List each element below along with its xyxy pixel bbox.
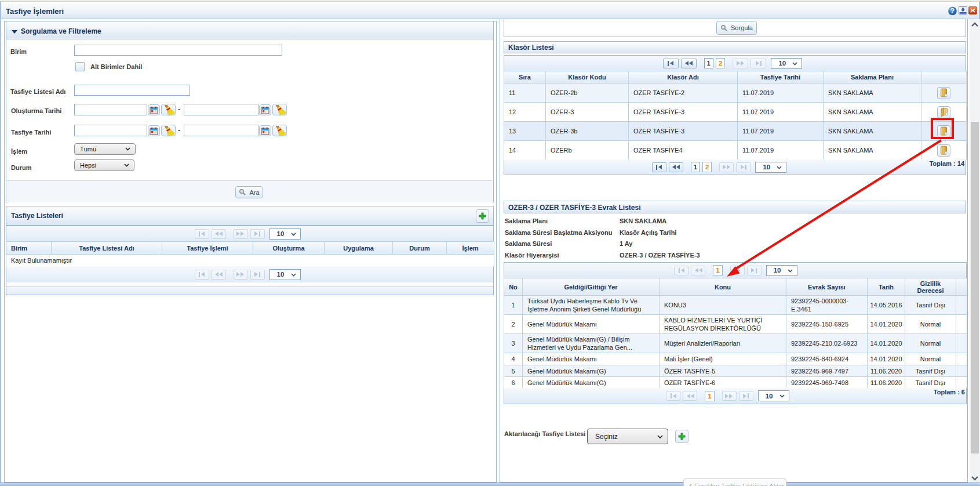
svg-text:?: ?	[950, 7, 955, 15]
